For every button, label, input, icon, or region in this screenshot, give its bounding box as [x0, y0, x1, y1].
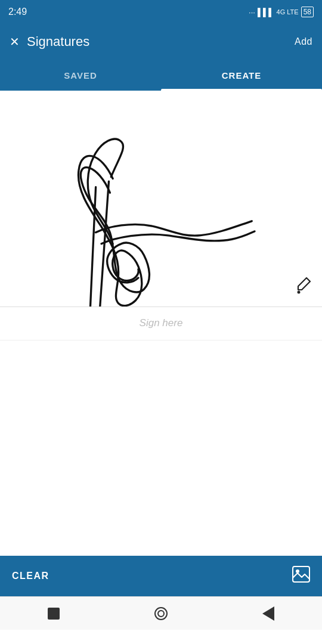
network-type-icon: 4G LTE: [277, 8, 299, 16]
svg-point-0: [298, 290, 301, 293]
tab-saved-label: SAVED: [64, 70, 97, 80]
svg-rect-1: [293, 566, 309, 582]
canvas-area: Sign here: [0, 91, 322, 556]
nav-home-button[interactable]: [107, 597, 215, 630]
tab-create[interactable]: CREATE: [161, 60, 322, 91]
status-icons: ··· ▌▌▌ 4G LTE 58: [249, 7, 314, 17]
bottom-bar: CLEAR: [0, 556, 322, 596]
back-button[interactable]: ✕: [10, 35, 20, 49]
sign-here-area: Sign here: [0, 307, 322, 340]
status-time: 2:49: [8, 7, 27, 17]
status-bar: 2:49 ··· ▌▌▌ 4G LTE 58: [0, 0, 322, 24]
back-icon: [262, 606, 274, 621]
header: ✕ Signatures Add: [0, 24, 322, 60]
stop-icon: [48, 608, 60, 620]
add-button[interactable]: Add: [295, 36, 312, 47]
empty-drawing-area[interactable]: [0, 340, 322, 556]
pen-icon[interactable]: [293, 275, 312, 298]
tab-create-label: CREATE: [222, 70, 262, 80]
header-left: ✕ Signatures: [10, 34, 89, 49]
page-title: Signatures: [27, 34, 89, 49]
back-icon: ✕: [10, 35, 20, 49]
nav-back-button[interactable]: [215, 597, 322, 630]
sign-here-text: Sign here: [140, 317, 183, 329]
nav-bar: [0, 596, 322, 630]
image-button[interactable]: [292, 566, 310, 586]
tab-saved[interactable]: SAVED: [0, 60, 161, 91]
clear-button[interactable]: CLEAR: [12, 571, 49, 581]
signature-drawing: [0, 91, 322, 306]
nav-stop-button[interactable]: [0, 597, 107, 630]
tabs-container: SAVED CREATE: [0, 60, 322, 91]
network-bars-icon: ▌▌▌: [258, 8, 274, 17]
signal-icon: ···: [249, 8, 255, 17]
home-icon: [154, 607, 168, 620]
signature-canvas[interactable]: [0, 91, 322, 307]
battery-icon: 58: [301, 7, 314, 17]
